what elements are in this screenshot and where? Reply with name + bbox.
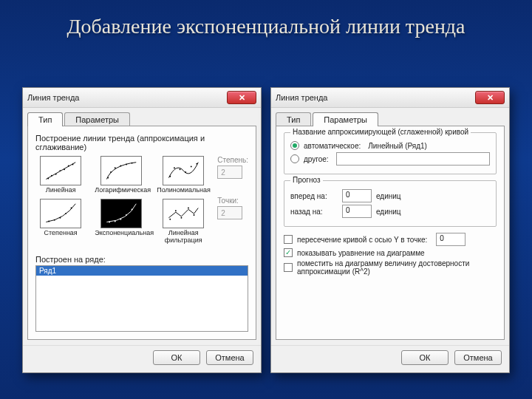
trend-type-movavg[interactable]: [163, 199, 204, 228]
svg-point-28: [126, 214, 127, 216]
tabs: Тип Параметры: [271, 108, 509, 126]
built-on-label: Построен на ряде:: [35, 255, 248, 264]
trend-label-poly: Полиномиальная: [157, 187, 210, 194]
check-intercept[interactable]: [284, 235, 293, 244]
points-spinner[interactable]: 2: [217, 206, 242, 219]
section-label: Построение линии тренда (аппроксимация и…: [35, 134, 248, 151]
svg-point-34: [194, 214, 195, 216]
trend-label-log: Логарифмическая: [95, 187, 148, 194]
svg-point-12: [126, 164, 127, 166]
svg-point-23: [65, 213, 66, 214]
svg-point-29: [132, 208, 133, 210]
svg-point-21: [54, 219, 55, 220]
svg-point-2: [51, 175, 52, 177]
trend-type-linear[interactable]: [40, 156, 81, 185]
svg-point-19: [196, 163, 197, 165]
auto-name-value: Линейный (Ряд1): [368, 142, 427, 150]
check-show-equation[interactable]: [284, 248, 293, 257]
tab-type[interactable]: Тип: [27, 112, 63, 126]
trend-type-poly[interactable]: [163, 156, 204, 185]
titlebar: Линия тренда ✕: [23, 88, 261, 108]
svg-point-26: [115, 220, 116, 222]
svg-point-27: [120, 219, 121, 220]
trend-label-linear: Линейная: [46, 187, 76, 194]
ok-button[interactable]: ОК: [153, 350, 200, 365]
ok-button[interactable]: ОК: [401, 350, 449, 365]
forecast-group: Прогноз вперед на: 0 единиц назад на: 0 …: [284, 180, 497, 227]
slide-title: Добавление экспоненциальной линии тренда: [0, 0, 532, 39]
trend-label-exp: Экспоненциальная: [95, 230, 148, 237]
svg-point-15: [174, 167, 175, 168]
svg-point-14: [169, 176, 171, 177]
close-button[interactable]: ✕: [227, 91, 256, 104]
cancel-button[interactable]: Отмена: [454, 350, 502, 365]
trend-type-power[interactable]: [40, 199, 81, 228]
trendline-dialog-type: Линия тренда ✕ Тип Параметры Построение …: [22, 87, 262, 373]
svg-point-10: [115, 167, 116, 168]
backward-label: назад на:: [290, 208, 338, 216]
svg-point-18: [191, 166, 192, 167]
svg-point-33: [188, 207, 189, 208]
trend-type-exp[interactable]: [100, 199, 142, 228]
name-group-legend: Название аппроксимирующей (сглаженной) к…: [290, 128, 471, 136]
other-name-input[interactable]: [336, 152, 490, 166]
dialog-title: Линия тренда: [27, 93, 79, 102]
svg-point-31: [175, 210, 177, 211]
tab-page-params: Название аппроксимирующей (сглаженной) к…: [276, 126, 505, 340]
svg-point-3: [55, 174, 57, 175]
close-icon: ✕: [487, 93, 494, 103]
backward-input[interactable]: 0: [342, 205, 372, 218]
close-button[interactable]: ✕: [475, 91, 505, 104]
svg-point-7: [72, 164, 73, 166]
svg-point-4: [59, 170, 61, 171]
forward-label: вперед на:: [290, 192, 338, 200]
svg-point-30: [169, 219, 171, 220]
radio-other-name[interactable]: [290, 154, 299, 163]
series-listbox[interactable]: Ряд1: [35, 265, 248, 332]
forecast-group-legend: Прогноз: [290, 176, 323, 184]
svg-point-32: [180, 217, 182, 219]
trend-label-movavg: Линейная фильтрация: [157, 230, 210, 245]
svg-point-13: [132, 163, 133, 164]
show-equation-label: показывать уравнение на диаграмме: [297, 249, 425, 257]
forward-input[interactable]: 0: [342, 189, 372, 202]
degree-label: Степень:: [217, 156, 248, 164]
svg-point-17: [185, 171, 186, 173]
tab-type[interactable]: Тип: [276, 112, 311, 126]
svg-point-24: [70, 207, 72, 208]
trendline-dialog-params: Линия тренда ✕ Тип Параметры Название ап…: [270, 87, 510, 373]
svg-point-5: [64, 168, 65, 170]
check-show-r2[interactable]: [284, 263, 293, 272]
svg-point-9: [110, 171, 112, 173]
tabs: Тип Параметры: [23, 108, 261, 126]
close-icon: ✕: [239, 93, 245, 103]
svg-point-16: [180, 168, 181, 170]
svg-point-8: [107, 177, 109, 179]
cancel-button[interactable]: Отмена: [206, 350, 253, 365]
name-group: Название аппроксимирующей (сглаженной) к…: [284, 132, 497, 174]
show-r2-label: поместить на диаграмму величину достовер…: [297, 259, 497, 276]
intercept-label: пересечение кривой с осью Y в точке:: [297, 236, 427, 244]
tab-page-type: Построение линии тренда (аппроксимация и…: [27, 126, 256, 340]
series-item[interactable]: Ряд1: [36, 266, 248, 276]
tab-params[interactable]: Параметры: [64, 112, 130, 126]
svg-point-25: [109, 221, 110, 222]
svg-point-20: [48, 220, 50, 222]
dialog-title: Линия тренда: [276, 93, 327, 102]
svg-point-6: [68, 165, 69, 166]
auto-name-label: автоматическое:: [304, 142, 361, 150]
trend-type-log[interactable]: [100, 156, 142, 185]
svg-point-1: [47, 177, 49, 179]
other-name-label: другое:: [304, 155, 329, 163]
svg-point-22: [59, 217, 61, 219]
svg-point-11: [120, 165, 121, 166]
intercept-input[interactable]: 0: [436, 233, 466, 246]
titlebar: Линия тренда ✕: [271, 88, 509, 108]
trend-label-power: Степенная: [44, 230, 78, 237]
tab-params[interactable]: Параметры: [313, 112, 378, 126]
forward-units: единиц: [376, 192, 401, 200]
points-label: Точки:: [217, 197, 248, 205]
degree-spinner[interactable]: 2: [217, 166, 242, 179]
backward-units: единиц: [376, 208, 401, 216]
radio-auto-name[interactable]: [290, 141, 299, 150]
